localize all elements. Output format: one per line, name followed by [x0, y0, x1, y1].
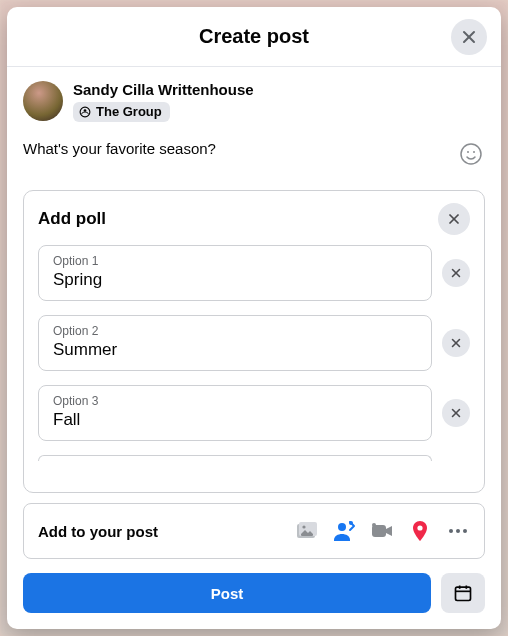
more-icon	[446, 519, 470, 543]
svg-point-24	[456, 529, 460, 533]
audience-label: The Group	[96, 104, 162, 119]
svg-point-23	[449, 529, 453, 533]
poll-option-value[interactable]: Fall	[53, 410, 417, 430]
svg-point-25	[463, 529, 467, 533]
more-options-button[interactable]	[446, 519, 470, 543]
close-button[interactable]	[451, 19, 487, 55]
poll-remove-button[interactable]	[438, 203, 470, 235]
audience-selector[interactable]: The Group	[73, 102, 170, 122]
poll-title: Add poll	[38, 209, 106, 229]
schedule-button[interactable]	[441, 573, 485, 613]
svg-point-19	[349, 521, 353, 525]
poll-option-input[interactable]: Option 2 Summer	[38, 315, 432, 371]
poll-card: Add poll Option 1 Spring Option 2 Summer	[23, 190, 485, 493]
composer-area[interactable]: What's your favorite season?	[7, 132, 501, 172]
svg-point-6	[473, 151, 475, 153]
svg-point-21	[372, 523, 376, 527]
poll-option-input[interactable]: Option 1 Spring	[38, 245, 432, 301]
svg-point-4	[461, 144, 481, 164]
emoji-button[interactable]	[457, 140, 485, 168]
tag-people-icon	[332, 519, 356, 543]
add-to-post-bar: Add to your post	[23, 503, 485, 559]
avatar	[23, 81, 63, 121]
poll-option-next[interactable]	[38, 455, 432, 461]
create-post-modal: Create post Sandy Cilla Writtenhouse The…	[7, 7, 501, 629]
poll-option-remove-button[interactable]	[442, 399, 470, 427]
poll-option-remove-button[interactable]	[442, 259, 470, 287]
close-icon	[446, 211, 462, 227]
poll-option-row: Option 2 Summer	[38, 315, 470, 371]
composer-text[interactable]: What's your favorite season?	[23, 140, 457, 157]
poll-option-value[interactable]: Spring	[53, 270, 417, 290]
poll-option-label: Option 3	[53, 394, 417, 408]
close-icon	[449, 266, 463, 280]
emoji-icon	[459, 142, 483, 166]
svg-rect-26	[456, 587, 471, 600]
location-button[interactable]	[408, 519, 432, 543]
author-row: Sandy Cilla Writtenhouse The Group	[7, 67, 501, 132]
poll-option-row: Option 1 Spring	[38, 245, 470, 301]
close-icon	[449, 406, 463, 420]
poll-option-value[interactable]: Summer	[53, 340, 417, 360]
post-button[interactable]: Post	[23, 573, 431, 613]
poll-option-remove-button[interactable]	[442, 329, 470, 357]
poll-option-row: Option 3 Fall	[38, 385, 470, 441]
tag-people-button[interactable]	[332, 519, 356, 543]
svg-point-3	[84, 109, 87, 112]
video-icon	[370, 519, 394, 543]
svg-point-22	[417, 525, 422, 530]
poll-option-label: Option 1	[53, 254, 417, 268]
author-name: Sandy Cilla Writtenhouse	[73, 81, 254, 98]
group-icon	[79, 106, 91, 118]
svg-point-5	[467, 151, 469, 153]
close-icon	[449, 336, 463, 350]
location-icon	[408, 519, 432, 543]
calendar-icon	[453, 583, 473, 603]
modal-header: Create post	[7, 7, 501, 67]
add-to-post-label: Add to your post	[38, 523, 158, 540]
close-icon	[459, 27, 479, 47]
footer: Post	[7, 559, 501, 629]
svg-point-18	[338, 523, 346, 531]
photo-icon	[294, 519, 318, 543]
live-video-button[interactable]	[370, 519, 394, 543]
poll-option-label: Option 2	[53, 324, 417, 338]
modal-title: Create post	[199, 25, 309, 48]
add-photo-button[interactable]	[294, 519, 318, 543]
poll-option-input[interactable]: Option 3 Fall	[38, 385, 432, 441]
svg-point-17	[302, 525, 305, 528]
